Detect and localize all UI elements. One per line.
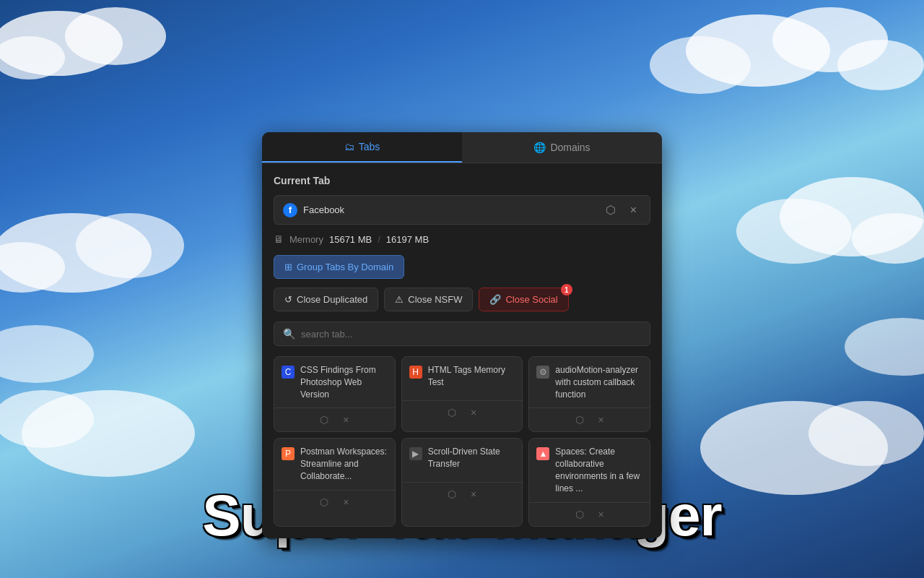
tab-card-2-content: H HTML Tags Memory Test (402, 357, 523, 400)
tab-card-2-icon: H (409, 366, 422, 379)
domains-icon: 🌐 (533, 142, 546, 153)
tab-card-1-open-button[interactable]: ⬡ (318, 413, 330, 427)
group-btn-row: ⊞ Group Tabs By Domain (274, 255, 650, 279)
tab-card-3-open-button[interactable]: ⬡ (574, 413, 585, 427)
close-dup-label: Close Duplicated (297, 294, 367, 305)
close-nsfw-label: Close NSFW (408, 294, 462, 305)
tab-card-5-open-button[interactable]: ⬡ (446, 487, 458, 501)
memory-icon: 🖥 (274, 233, 284, 245)
panel-content: Current Tab f Facebook ⬡ × 🖥 Memory 1567… (262, 163, 662, 538)
tab-card-1-icon: C (282, 366, 295, 379)
tab-card-4-icon: P (282, 447, 295, 460)
current-tab-row: f Facebook ⬡ × (274, 195, 650, 225)
tab-card-1-close-button[interactable]: × (341, 413, 350, 427)
tab-tabs[interactable]: 🗂 Tabs (262, 132, 462, 163)
tab-card-3: ⚙ audioMotion-analyzer with custom callb… (528, 356, 650, 432)
tab-card-5-content: ▶ Scroll-Driven State Transfer (402, 439, 523, 482)
tab-card-5: ▶ Scroll-Driven State Transfer ⬡ × (401, 438, 523, 526)
tab-card-5-close-button[interactable]: × (469, 487, 478, 501)
memory-total: 16197 MB (386, 234, 429, 245)
tab-grid: C CSS Findings From Photoshop Web Versio… (274, 356, 650, 527)
tab-card-2-title: HTML Tags Memory Test (428, 364, 515, 389)
tab-card-6: ▲ Spaces: Create collaborative environme… (528, 438, 650, 526)
tab-card-3-icon: ⚙ (536, 366, 549, 379)
current-tab-title: Facebook (303, 204, 596, 215)
tab-card-1-title: CSS Findings From Photoshop Web Version (300, 364, 388, 400)
close-social-icon: 🔗 (489, 294, 501, 305)
search-bar: 🔍 (274, 322, 650, 346)
search-icon: 🔍 (283, 328, 295, 340)
close-dup-icon: ↺ (284, 294, 292, 305)
tab-card-2-open-button[interactable]: ⬡ (446, 405, 458, 420)
close-nsfw-button[interactable]: ⚠ Close NSFW (384, 288, 473, 311)
tab-card-6-actions: ⬡ × (529, 502, 650, 526)
group-tabs-by-domain-button[interactable]: ⊞ Group Tabs By Domain (274, 255, 404, 279)
tab-card-1: C CSS Findings From Photoshop Web Versio… (274, 356, 396, 432)
memory-used: 15671 MB (329, 234, 372, 245)
memory-row: 🖥 Memory 15671 MB / 16197 MB (274, 233, 650, 245)
tab-card-5-icon: ▶ (409, 447, 422, 460)
tab-card-1-actions: ⬡ × (274, 407, 395, 431)
close-duplicated-button[interactable]: ↺ Close Duplicated (274, 288, 378, 311)
tab-domains[interactable]: 🌐 Domains (462, 132, 662, 163)
search-input[interactable] (301, 329, 641, 340)
close-social-button[interactable]: 🔗 Close Social 1 (479, 288, 568, 311)
tab-card-5-title: Scroll-Driven State Transfer (428, 446, 515, 470)
tab-card-1-content: C CSS Findings From Photoshop Web Versio… (274, 357, 395, 407)
tab-card-5-actions: ⬡ × (402, 482, 523, 506)
tab-card-6-content: ▲ Spaces: Create collaborative environme… (529, 439, 650, 501)
tab-card-6-close-button[interactable]: × (597, 507, 606, 522)
facebook-favicon: f (283, 203, 297, 217)
tab-card-4-open-button[interactable]: ⬡ (318, 495, 330, 509)
group-btn-label: Group Tabs By Domain (297, 262, 393, 272)
current-tab-heading: Current Tab (274, 175, 650, 186)
panel-tab-bar: 🗂 Tabs 🌐 Domains (262, 132, 662, 163)
tab-card-3-content: ⚙ audioMotion-analyzer with custom callb… (529, 357, 650, 407)
tab-card-2-actions: ⬡ × (402, 400, 523, 424)
close-nsfw-icon: ⚠ (395, 294, 404, 305)
tab-tabs-label: Tabs (359, 141, 380, 152)
memory-label: Memory (289, 234, 323, 245)
tab-domains-label: Domains (550, 142, 590, 153)
tab-card-3-title: audioMotion-analyzer with custom callbac… (555, 364, 642, 400)
group-icon: ⊞ (284, 262, 292, 272)
tab-card-4-actions: ⬡ × (274, 490, 395, 514)
current-tab-close-button[interactable]: × (626, 202, 641, 218)
tab-card-2: H HTML Tags Memory Test ⬡ × (401, 356, 523, 432)
tab-card-4-close-button[interactable]: × (341, 495, 350, 509)
tab-card-4-title: Postman Workspaces: Streamline and Colla… (300, 446, 388, 482)
tab-card-3-close-button[interactable]: × (597, 413, 606, 427)
tab-card-4-content: P Postman Workspaces: Streamline and Col… (274, 439, 395, 489)
memory-sep: / (378, 234, 380, 245)
tab-card-4: P Postman Workspaces: Streamline and Col… (274, 438, 396, 526)
tab-card-2-close-button[interactable]: × (469, 405, 478, 420)
popup-panel: 🗂 Tabs 🌐 Domains Current Tab f Facebook … (262, 132, 662, 538)
tabs-icon: 🗂 (344, 141, 354, 152)
current-tab-open-button[interactable]: ⬡ (601, 202, 620, 218)
close-social-badge: 1 (561, 284, 572, 296)
tab-card-6-open-button[interactable]: ⬡ (574, 507, 585, 522)
action-btns-row: ↺ Close Duplicated ⚠ Close NSFW 🔗 Close … (274, 288, 650, 311)
tab-card-3-actions: ⬡ × (529, 407, 650, 431)
close-social-label: Close Social (505, 294, 557, 305)
tab-card-6-title: Spaces: Create collaborative environment… (555, 446, 642, 494)
tab-card-6-icon: ▲ (536, 447, 549, 460)
